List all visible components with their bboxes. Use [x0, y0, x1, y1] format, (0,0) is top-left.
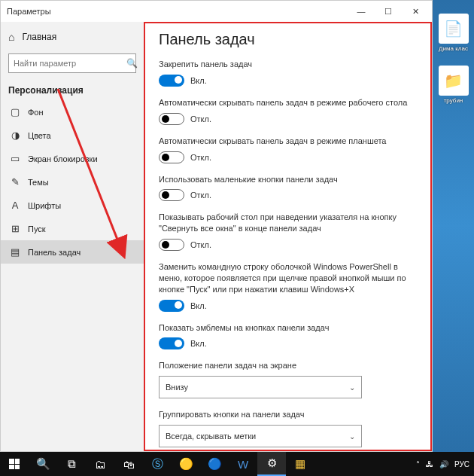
sidebar-item-label: Панель задач [28, 248, 81, 257]
start-icon: ⊞ [8, 223, 22, 234]
maximize-button[interactable]: ☐ [375, 2, 402, 20]
system-tray[interactable]: ˄ 🖧 🔊 РУС [412, 460, 474, 468]
taskbar-app-button[interactable]: ▦ [286, 452, 314, 476]
taskbar-icon: ▤ [8, 246, 22, 258]
window-titlebar: Параметры ― ☐ ✕ [1, 1, 432, 22]
taskbar-settings-button[interactable]: ⚙ [257, 452, 286, 476]
taskbar-chrome-button[interactable]: 🔵 [200, 452, 229, 476]
windows-logo-icon [9, 459, 20, 469]
setting-taskbar-position: Положение панели задач на экране Внизу ⌄ [159, 360, 417, 398]
dropdown-value: Всегда, скрывать метки [166, 432, 256, 441]
desktop-shortcut-icon[interactable]: 📄 [439, 14, 469, 44]
toggle-state: Откл. [190, 153, 211, 162]
setting-badges: Показать эмблемы на кнопках панели задач… [159, 322, 417, 350]
sidebar-item-start[interactable]: ⊞ Пуск [1, 217, 144, 240]
toggle-state: Откл. [190, 240, 211, 249]
fonts-icon: A [8, 200, 22, 211]
taskbar: 🔍 ⧉ 🗂 🛍 Ⓢ 🟡 🔵 W ⚙ ▦ ˄ 🖧 🔊 РУС [0, 452, 474, 476]
lockscreen-icon: ▭ [8, 153, 22, 164]
chevron-down-icon: ⌄ [349, 383, 355, 392]
content-panel: Панель задач Закрепить панель задач Вкл.… [144, 22, 432, 451]
category-header: Персонализация [1, 78, 144, 100]
toggle-autohide-tablet[interactable] [159, 151, 184, 163]
toggle-state: Вкл. [190, 76, 207, 85]
toggle-state: Откл. [190, 114, 211, 124]
sidebar-item-label: Пуск [28, 224, 46, 233]
tray-lang-icon[interactable]: РУС [454, 460, 469, 468]
setting-label: Использовать маленькие кнопки панели зад… [159, 174, 417, 185]
setting-combine-buttons: Группировать кнопки на панели задач Всег… [159, 409, 417, 447]
taskbar-browser-button[interactable]: 🟡 [172, 452, 200, 476]
setting-small-buttons: Использовать маленькие кнопки панели зад… [159, 174, 417, 202]
toggle-powershell[interactable] [159, 300, 184, 312]
sidebar-item-label: Цвета [28, 131, 51, 140]
minimize-button[interactable]: ― [348, 2, 375, 20]
taskbar-search-button[interactable]: 🔍 [29, 452, 57, 476]
setting-autohide-desktop: Автоматически скрывать панель задач в ре… [159, 97, 417, 125]
sidebar-item-colors[interactable]: ◑ Цвета [1, 124, 144, 147]
close-button[interactable]: ✕ [402, 2, 429, 20]
search-box[interactable]: 🔍 [8, 53, 136, 73]
themes-icon: ✎ [8, 176, 22, 188]
chevron-down-icon: ⌄ [349, 432, 355, 441]
setting-label: Заменить командную строку оболочкой Wind… [159, 261, 417, 295]
taskbar-skype-button[interactable]: Ⓢ [143, 452, 172, 476]
tray-network-icon[interactable]: 🖧 [426, 460, 433, 468]
desktop-area: 📄 Дима клас 📁 трубин [433, 0, 474, 452]
dropdown-combine-buttons[interactable]: Всегда, скрывать метки ⌄ [159, 425, 362, 447]
taskbar-taskview-button[interactable]: ⧉ [57, 452, 86, 476]
setting-label: Группировать кнопки на панели задач [159, 409, 417, 420]
tray-volume-icon[interactable]: 🔊 [439, 460, 448, 468]
setting-powershell: Заменить командную строку оболочкой Wind… [159, 261, 417, 312]
toggle-state: Откл. [190, 191, 211, 200]
toggle-peek-desktop[interactable] [159, 239, 184, 251]
setting-label: Автоматически скрывать панель задач в ре… [159, 97, 417, 108]
sidebar-item-label: Шрифты [28, 201, 61, 210]
taskbar-word-button[interactable]: W [229, 452, 257, 476]
setting-lock-taskbar: Закрепить панель задач Вкл. [159, 59, 417, 87]
toggle-small-buttons[interactable] [159, 189, 184, 201]
setting-autohide-tablet: Автоматически скрывать панель задач в ре… [159, 136, 417, 163]
home-label: Главная [22, 32, 56, 42]
toggle-lock-taskbar[interactable] [159, 75, 184, 87]
sidebar-item-fonts[interactable]: A Шрифты [1, 194, 144, 217]
toggle-state: Вкл. [190, 301, 207, 310]
desktop-shortcut-label: трубин [433, 97, 474, 104]
setting-label: Показывать рабочий стол при наведении ук… [159, 212, 417, 234]
palette-icon: ◑ [8, 130, 22, 141]
window-title: Параметры [7, 7, 348, 16]
sidebar: ⌂ Главная 🔍 Персонализация ▢ Фон ◑ Цвета… [1, 22, 144, 451]
sidebar-item-lockscreen[interactable]: ▭ Экран блокировки [1, 147, 144, 170]
sidebar-item-label: Экран блокировки [28, 154, 98, 163]
dropdown-value: Внизу [166, 383, 188, 392]
setting-peek-desktop: Показывать рабочий стол при наведении ук… [159, 212, 417, 251]
tray-chevron-icon[interactable]: ˄ [416, 460, 420, 468]
setting-label: Закрепить панель задач [159, 59, 417, 70]
home-nav[interactable]: ⌂ Главная [1, 25, 144, 49]
search-input[interactable] [9, 59, 122, 68]
toggle-badges[interactable] [159, 337, 184, 349]
settings-window: Параметры ― ☐ ✕ ⌂ Главная 🔍 Персонализац… [0, 0, 433, 452]
setting-label: Положение панели задач на экране [159, 360, 417, 371]
sidebar-item-taskbar[interactable]: ▤ Панель задач [1, 240, 144, 264]
picture-icon: ▢ [8, 106, 22, 117]
desktop-shortcut-icon[interactable]: 📁 [439, 66, 469, 96]
dropdown-taskbar-position[interactable]: Внизу ⌄ [159, 376, 362, 398]
home-icon: ⌂ [8, 31, 14, 43]
setting-label: Автоматически скрывать панель задач в ре… [159, 136, 417, 147]
sidebar-item-label: Фон [28, 108, 44, 117]
taskbar-store-button[interactable]: 🛍 [114, 452, 143, 476]
taskbar-explorer-button[interactable]: 🗂 [86, 452, 114, 476]
toggle-state: Вкл. [190, 339, 207, 348]
sidebar-item-label: Темы [28, 178, 49, 187]
search-icon: 🔍 [122, 58, 142, 69]
desktop-shortcut-label: Дима клас [433, 45, 474, 52]
setting-label: Показать эмблемы на кнопках панели задач [159, 322, 417, 334]
toggle-autohide-desktop[interactable] [159, 113, 184, 125]
page-title: Панель задач [159, 31, 417, 48]
sidebar-item-themes[interactable]: ✎ Темы [1, 170, 144, 194]
start-button[interactable] [0, 452, 29, 476]
sidebar-item-background[interactable]: ▢ Фон [1, 100, 144, 124]
